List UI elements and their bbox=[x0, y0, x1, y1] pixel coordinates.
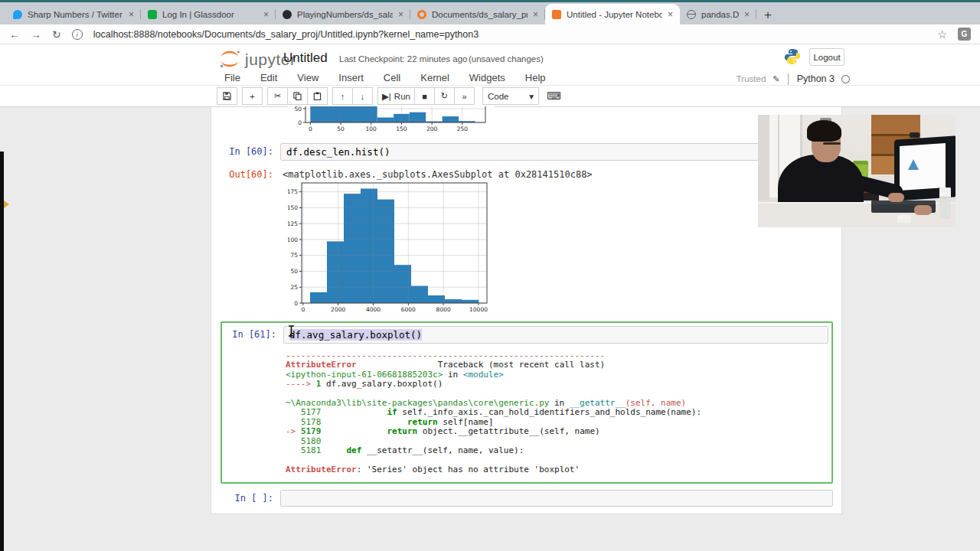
svg-text:0: 0 bbox=[301, 306, 305, 313]
back-icon[interactable]: ← bbox=[9, 28, 20, 41]
traceback-final: AttributeError: 'Series' object has no a… bbox=[286, 465, 828, 474]
webcam-curtain bbox=[758, 115, 769, 201]
tab-github[interactable]: PlayingNumbers/ds_salary_proj: × bbox=[276, 4, 410, 24]
svg-text:0: 0 bbox=[294, 300, 298, 307]
restart-run-all-button[interactable]: » bbox=[454, 87, 475, 105]
browser-tab-bar: Sharp Numbers / Twitter × Log In | Glass… bbox=[0, 2, 980, 24]
svg-text:100: 100 bbox=[288, 236, 298, 243]
notebook-scroll-area[interactable]: 050100150200250050 In [60]: df.desc_len.… bbox=[0, 107, 980, 551]
webcam-person-glasses bbox=[823, 142, 841, 145]
jupyter-menubar: File Edit View Insert Cell Kernel Widget… bbox=[0, 72, 980, 86]
svg-text:25: 25 bbox=[290, 284, 298, 291]
tab-close-icon[interactable]: × bbox=[129, 10, 134, 19]
cut-cell-button[interactable]: ✂ bbox=[267, 87, 288, 105]
svg-text:200: 200 bbox=[426, 126, 438, 132]
menu-widgets[interactable]: Widgets bbox=[469, 72, 505, 83]
jupyter-icon bbox=[417, 10, 426, 19]
notebook-title[interactable]: Untitled bbox=[283, 51, 328, 66]
run-icon: ▶| bbox=[382, 91, 391, 102]
jupyter-notebook-icon bbox=[552, 10, 561, 19]
tab-close-icon[interactable]: × bbox=[398, 10, 403, 19]
webcam-phone bbox=[897, 215, 911, 223]
kernel-name: Python 3 bbox=[797, 73, 835, 84]
restart-kernel-button[interactable]: ↻ bbox=[434, 87, 455, 105]
tab-close-icon[interactable]: × bbox=[668, 10, 673, 19]
edit-pencil-icon[interactable]: ✎ bbox=[773, 74, 779, 84]
move-cell-down-button[interactable]: ↓ bbox=[352, 87, 373, 105]
screen: Sharp Numbers / Twitter × Log In | Glass… bbox=[0, 0, 980, 551]
cell-type-dropdown[interactable]: Code ▾ bbox=[482, 87, 539, 105]
menu-help[interactable]: Help bbox=[525, 72, 546, 83]
tab-close-icon[interactable]: × bbox=[744, 10, 750, 19]
copy-cell-button[interactable] bbox=[287, 87, 308, 105]
menu-cell[interactable]: Cell bbox=[384, 72, 400, 83]
svg-text:250: 250 bbox=[457, 126, 469, 132]
move-cell-up-button[interactable]: ↑ bbox=[332, 87, 353, 105]
output-repr-text: <matplotlib.axes._subplots.AxesSubplot a… bbox=[280, 166, 593, 180]
code-cell-60[interactable]: In [60]: df.desc_len.hist() bbox=[211, 143, 833, 161]
svg-text:150: 150 bbox=[396, 126, 407, 132]
screen-left-edge bbox=[0, 152, 4, 551]
save-button[interactable] bbox=[217, 87, 237, 105]
menu-view[interactable]: View bbox=[297, 72, 318, 83]
reload-icon[interactable]: ↻ bbox=[52, 28, 61, 41]
menu-edit[interactable]: Edit bbox=[260, 72, 277, 83]
bookmark-star-icon[interactable]: ☆ bbox=[937, 28, 947, 41]
python-logo-icon bbox=[783, 47, 802, 69]
logout-button[interactable]: Logout bbox=[809, 48, 844, 66]
svg-text:50: 50 bbox=[337, 126, 345, 132]
presenter-webcam-overlay bbox=[758, 115, 956, 227]
run-button[interactable]: ▶| Run bbox=[377, 87, 415, 105]
paste-cell-button[interactable] bbox=[307, 87, 328, 105]
trusted-badge: Trusted bbox=[737, 74, 766, 83]
webcam-water-glass bbox=[939, 187, 951, 219]
tab-close-icon[interactable]: × bbox=[263, 10, 269, 19]
interrupt-kernel-button[interactable]: ■ bbox=[414, 87, 435, 105]
command-palette-icon[interactable]: ⌨ bbox=[547, 90, 561, 102]
twitter-icon bbox=[13, 10, 22, 19]
left-edge-marker bbox=[4, 201, 9, 208]
browser-address-bar: ← → ↻ i localhost:8888/notebooks/Documen… bbox=[0, 24, 980, 44]
menu-insert[interactable]: Insert bbox=[338, 72, 364, 83]
forward-icon[interactable]: → bbox=[31, 28, 41, 41]
desc-len-histogram-figure: 0200040006000800010000025507510012515017… bbox=[288, 181, 495, 315]
copy-icon bbox=[293, 92, 302, 100]
tab-title: Log In | Glassdoor bbox=[162, 10, 258, 19]
glassdoor-icon bbox=[148, 10, 157, 19]
svg-text:50: 50 bbox=[294, 106, 302, 112]
empty-code-input[interactable] bbox=[280, 490, 833, 507]
url-text[interactable]: localhost:8888/notebooks/Documents/ds_sa… bbox=[93, 29, 927, 40]
selected-code-cell-61[interactable]: In [61]: df.avg_salary.boxplot() -------… bbox=[220, 321, 833, 484]
tab-pandas-docs[interactable]: pandas.DataFrame.boxplot — p × bbox=[680, 4, 756, 24]
tab-close-icon[interactable]: × bbox=[533, 10, 538, 19]
output-prompt: Out[60]: bbox=[211, 166, 280, 180]
tab-title: pandas.DataFrame.boxplot — p bbox=[701, 10, 739, 19]
webcam-monitor-screen bbox=[900, 143, 946, 191]
extension-icon[interactable]: G bbox=[958, 28, 971, 41]
empty-code-cell[interactable]: In [ ]: bbox=[211, 490, 833, 507]
cropped-histogram-figure: 050100150200250050 bbox=[288, 106, 495, 132]
code-input-60[interactable]: df.desc_len.hist() bbox=[280, 143, 833, 161]
menu-file[interactable]: File bbox=[224, 72, 240, 83]
site-info-icon[interactable]: i bbox=[72, 29, 83, 40]
svg-text:175: 175 bbox=[288, 188, 298, 195]
tab-glassdoor[interactable]: Log In | Glassdoor × bbox=[141, 4, 276, 24]
add-cell-button[interactable]: + bbox=[242, 87, 263, 105]
tab-twitter[interactable]: Sharp Numbers / Twitter × bbox=[6, 4, 141, 24]
svg-text:75: 75 bbox=[290, 252, 298, 259]
tab-untitled-notebook[interactable]: Untitled - Jupyter Notebook × bbox=[545, 4, 680, 24]
tab-title: Documents/ds_salary_proj/ bbox=[432, 10, 528, 19]
output-area-60: Out[60]: <matplotlib.axes._subplots.Axes… bbox=[211, 166, 833, 180]
divider: | bbox=[787, 72, 790, 86]
webcam-camera-device bbox=[910, 132, 920, 138]
webcam-person-hand bbox=[914, 205, 932, 215]
selected-code-text: df.avg_salary.boxplot() bbox=[289, 329, 422, 341]
tab-jupyter-files[interactable]: Documents/ds_salary_proj/ × bbox=[410, 4, 545, 24]
paste-icon bbox=[313, 92, 322, 100]
input-prompt: In [60]: bbox=[211, 143, 280, 157]
menu-kernel[interactable]: Kernel bbox=[420, 72, 449, 83]
new-tab-button[interactable]: + bbox=[764, 8, 772, 21]
svg-text:10000: 10000 bbox=[469, 306, 488, 313]
code-input-61[interactable]: df.avg_salary.boxplot() bbox=[283, 326, 828, 344]
input-prompt: In [61]: bbox=[225, 326, 283, 340]
